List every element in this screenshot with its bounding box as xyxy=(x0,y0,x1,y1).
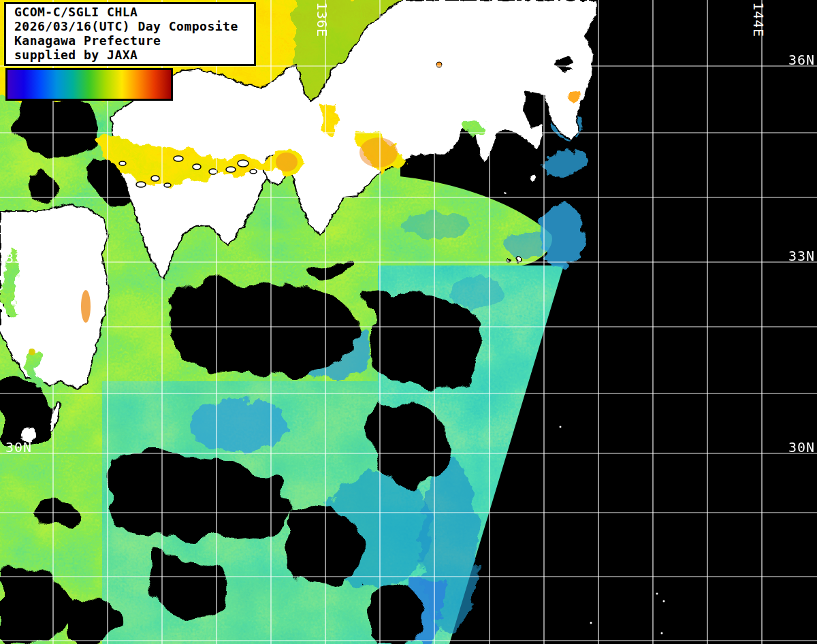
izu-islands xyxy=(504,191,508,195)
lat-label-30n-left: 30N xyxy=(5,439,32,455)
chlorophyll-colorbar xyxy=(5,68,173,101)
lat-label-33n-right: 33N xyxy=(788,248,815,264)
ise-bay-bloom xyxy=(359,138,398,167)
product-name: GCOM-C/SGLI CHLA xyxy=(14,5,254,19)
lat-label-36n-right: 36N xyxy=(788,52,815,68)
izu-oshima-island xyxy=(529,174,537,182)
date-composite: 2026/03/16(UTC) Day Composite xyxy=(14,19,254,33)
title-box: GCOM-C/SGLI CHLA 2026/03/16(UTC) Day Com… xyxy=(4,2,256,66)
kagoshima-bay-bloom xyxy=(29,349,35,355)
lat-label-30n-right: 30N xyxy=(788,439,815,455)
osaka-bay-bloom xyxy=(276,152,298,172)
lat-label-33-left: 33 xyxy=(5,250,23,266)
lon-label-144e: 144E xyxy=(750,2,767,37)
kyushu-landmass xyxy=(0,204,109,388)
kyushu-coast-bloom xyxy=(81,290,91,323)
region-name: Kanagawa Prefecture xyxy=(14,33,254,48)
izu-islands xyxy=(515,257,521,262)
lake-hamana xyxy=(411,155,416,160)
lake-suwa xyxy=(436,62,442,67)
lon-label-136e: 136E xyxy=(314,2,330,37)
satellite-chlorophyll-map: 136E 144E 36N 33N 30N 33 30N GCOM-C/SGLI… xyxy=(0,0,817,644)
data-credit: supplied by JAXA xyxy=(14,48,254,62)
